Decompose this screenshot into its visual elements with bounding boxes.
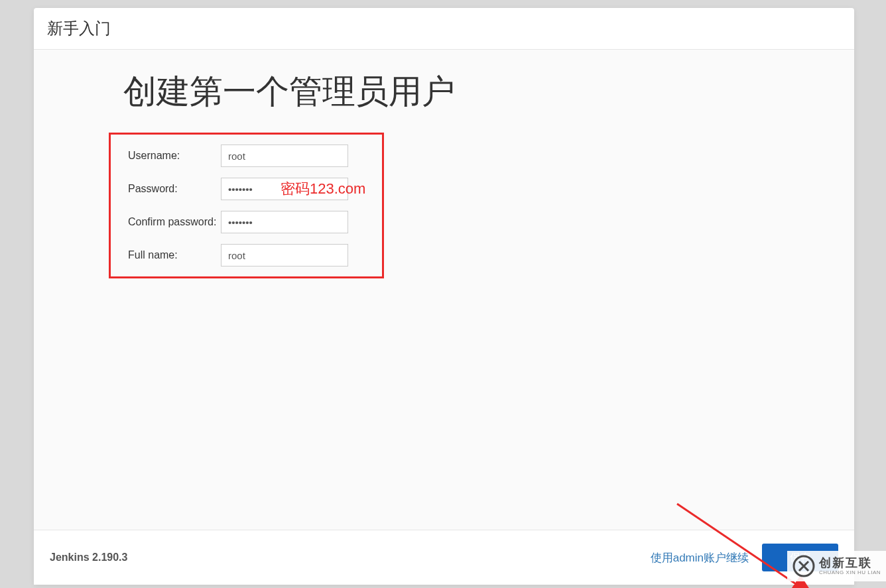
watermark-logo-icon: [792, 555, 815, 577]
username-label: Username:: [128, 150, 221, 162]
modal-title: 新手入门: [47, 19, 111, 37]
setup-wizard-modal: 新手入门 创建第一个管理员用户 Username: Password: 密码12…: [34, 8, 854, 585]
watermark-cn: 创新互联: [819, 557, 881, 570]
fullname-row: Full name:: [128, 244, 369, 266]
confirm-password-input[interactable]: [221, 211, 348, 233]
confirm-password-label: Confirm password:: [128, 216, 221, 228]
fullname-input[interactable]: [221, 244, 348, 266]
password-label: Password:: [128, 183, 221, 195]
password-hint-annotation: 密码123.com: [281, 179, 365, 199]
username-input[interactable]: [221, 145, 348, 167]
modal-header: 新手入门: [34, 8, 854, 50]
page-title: 创建第一个管理员用户: [123, 70, 765, 114]
confirm-password-row: Confirm password:: [128, 211, 369, 233]
jenkins-version: Jenkins 2.190.3: [50, 552, 127, 563]
watermark: 创新互联 CHUANG XIN HU LIAN: [787, 551, 886, 581]
watermark-text: 创新互联 CHUANG XIN HU LIAN: [819, 557, 881, 576]
username-row: Username:: [128, 145, 369, 167]
watermark-en: CHUANG XIN HU LIAN: [819, 570, 881, 576]
fullname-label: Full name:: [128, 249, 221, 261]
modal-footer: Jenkins 2.190.3 使用admin账户继续 保存: [34, 530, 854, 585]
password-row: Password: 密码123.com: [128, 178, 369, 200]
continue-as-admin-link[interactable]: 使用admin账户继续: [651, 550, 749, 565]
modal-body: 创建第一个管理员用户 Username: Password: 密码123.com…: [34, 50, 854, 530]
admin-user-form: Username: Password: 密码123.com Confirm pa…: [109, 133, 384, 278]
